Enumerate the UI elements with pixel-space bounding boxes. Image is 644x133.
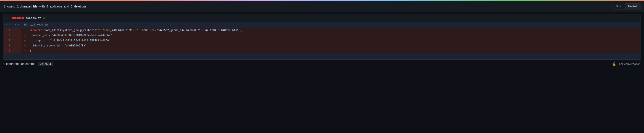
sq4 [19,17,21,19]
table-row: 2− member_id = "4488b4b8-f091-7013-0b8e-… [4,33,640,38]
file-header: ▾ 5 access.tf ⧉ ··· [4,14,640,22]
diff-table: ··· ··· @@ -1,5 +0,0 @@ 1− resource "aws… [4,22,640,60]
line-content: − resource "aws_identitystore_group_memb… [21,28,640,33]
comments-section: 0 comments on commit 2b3d684 [4,62,53,66]
changed-count: 1 changed file [17,5,37,8]
hunk-dots-bottom-left: ··· [4,54,12,60]
unified-button[interactable]: Unified [625,3,640,9]
lock-button[interactable]: 🔒 Lock conversation [612,62,640,66]
collapse-button[interactable]: ▾ 5 [6,17,10,20]
hunk-dots-bottom-right: ··· [12,54,21,60]
additions-label: additions [50,5,62,8]
copy-button[interactable]: ⧉ [43,16,45,20]
with-label: with [39,5,45,8]
deletion-squares [12,17,24,19]
line-num-new [12,48,21,54]
collapse-icon: ▾ [6,17,8,20]
hunk-dots-top: ··· ··· @@ -1,5 +0,0 @@ [4,22,640,28]
top-bar: Showing 1 changed file with 0 additions … [0,1,644,12]
table-row: 1− resource "aws_identitystore_group_mem… [4,28,640,33]
lock-icon: 🔒 [612,62,616,66]
line-num-new [12,38,21,43]
bottom-bar: 0 comments on commit 2b3d684 🔒 Lock conv… [0,60,644,68]
lock-label: Lock conversation [618,62,640,66]
hunk-header-content: @@ -1,5 +0,0 @@ [21,22,640,28]
sq1 [12,17,14,19]
line-content: − } [21,48,640,54]
period: . [86,5,87,8]
file-header-right: ··· [634,16,638,20]
hunk-dots-bottom: ··· ··· [4,54,640,60]
line-num-old: 3 [4,38,12,43]
line-num-old: 2 [4,33,12,38]
line-num-old: 1 [4,28,12,33]
line-content: − identity_store_id = "d-90679e5f8a" [21,43,640,48]
line-num-new [12,43,21,48]
diff-count: 5 [8,17,10,20]
line-num-old: 5 [4,48,12,54]
sq3 [17,17,19,19]
comments-text: 0 comments on commit [4,62,36,66]
file-header-left: ▾ 5 access.tf ⧉ [6,16,45,20]
summary-text: Showing 1 changed file with 0 additions … [4,5,87,8]
table-row: 3− group_id = "d4c8b4c8-0021-7042-fd34-9… [4,38,640,43]
line-num-new [12,28,21,33]
sq2 [14,17,16,19]
table-row: 5− } [4,48,640,54]
split-button[interactable]: Split [613,3,625,9]
commit-badge: 2b3d684 [38,62,53,66]
deletions-label: deletions [74,5,86,8]
hunk-dots-right: ··· [12,22,21,28]
line-num-new [12,33,21,38]
hunk-dots-left: ··· [4,22,12,28]
and-label: and [64,5,69,8]
hunk-bottom-space [21,54,640,60]
line-content: − group_id = "d4c8b4c8-0021-7042-fd34-95… [21,38,640,43]
line-num-old: 4 [4,43,12,48]
filename: access.tf [26,17,41,20]
deletions-count: 5 [71,5,72,8]
view-toggle: Split Unified [612,3,640,10]
line-content: − member_id = "4488b4b8-f091-7013-0b8e-5… [21,33,640,38]
table-row: 4− identity_store_id = "d-90679e5f8a" [4,43,640,48]
ellipsis-button[interactable]: ··· [634,16,638,20]
showing-label: Showing [4,5,16,8]
sq5 [22,17,24,19]
additions-count: 0 [46,5,48,8]
